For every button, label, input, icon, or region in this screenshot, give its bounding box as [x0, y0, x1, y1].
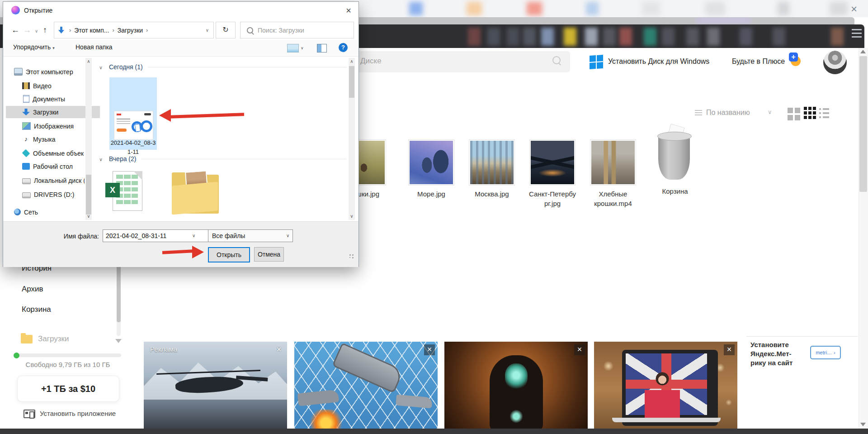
ad-label: Реклама: [150, 345, 177, 353]
chevron-down-icon: ∨: [99, 65, 103, 70]
file-thumbnail: [590, 139, 636, 186]
dialog-close-button[interactable]: ×: [341, 5, 356, 17]
breadcrumb-downloads[interactable]: Загрузки: [118, 27, 143, 34]
organize-button[interactable]: Упорядочить ▾: [13, 43, 55, 51]
file-tile[interactable]: Море.jpg: [401, 139, 461, 199]
ad-banner-scifi[interactable]: ×: [444, 342, 588, 429]
view-list-icon[interactable]: [819, 108, 821, 110]
scroll-up-icon[interactable]: ∧: [349, 59, 354, 64]
organize-label: Упорядочить: [13, 43, 51, 51]
scroll-up-icon[interactable]: [860, 50, 866, 53]
blurred-block: [662, 28, 675, 46]
blurred-block: [564, 28, 576, 46]
laptop-base-art: [612, 418, 721, 422]
install-app-link[interactable]: Установить приложение: [40, 410, 116, 417]
file-tile[interactable]: Москва.jpg: [462, 139, 522, 199]
scrollbar-thumb[interactable]: [859, 56, 867, 192]
avatar[interactable]: [823, 51, 847, 74]
window-close-icon[interactable]: ×: [851, 4, 857, 14]
chevron-down-icon[interactable]: ∨: [286, 233, 289, 238]
blurred-block: [773, 28, 785, 46]
desktop-icon: [22, 163, 30, 170]
list-scrollbar-thumb[interactable]: [349, 66, 354, 98]
view-grid-icon[interactable]: [804, 107, 807, 110]
folder-tile[interactable]: [172, 171, 219, 215]
search-icon: [552, 56, 561, 64]
tree-label: Загрузки: [33, 109, 58, 116]
blurred-block: [507, 28, 519, 46]
disk-icon: [22, 192, 31, 198]
preview-pane-icon[interactable]: [317, 44, 327, 52]
downloads-icon: [58, 27, 64, 33]
resize-grip[interactable]: [349, 257, 351, 258]
upgrade-storage-button[interactable]: +1 ТБ за $10: [17, 376, 119, 402]
browser-menu-icon[interactable]: [852, 29, 862, 30]
group-header-yesterday[interactable]: ∨ Вчера (2): [99, 155, 136, 162]
up-button[interactable]: ↑: [43, 25, 47, 35]
scroll-down-icon[interactable]: [860, 423, 866, 426]
group-header-today[interactable]: ∨ Сегодня (1): [99, 63, 143, 71]
back-button[interactable]: ←: [11, 25, 19, 35]
chevron-down-icon[interactable]: ∨: [301, 46, 304, 50]
annotation-arrow-head: [159, 109, 171, 122]
ship-art: [396, 395, 433, 409]
yandex-plus-link[interactable]: Будьте в Плюсе: [732, 57, 785, 66]
sidebar-scroll-down-icon[interactable]: [115, 339, 122, 343]
cancel-button[interactable]: Отмена: [254, 247, 284, 262]
selected-file-tile[interactable]: 2021-04-02_08-31-11: [109, 77, 157, 150]
chevron-down-icon[interactable]: ∨: [192, 233, 195, 238]
sidebar-item-archive[interactable]: Архив: [22, 285, 43, 294]
sidebar-item-trash[interactable]: Корзина: [22, 305, 51, 314]
metrika-ad-button[interactable]: metri… ›: [810, 346, 841, 359]
search-icon: [247, 27, 253, 33]
tree-label: Этот компьютер: [26, 68, 73, 76]
trash-tile[interactable]: [655, 132, 693, 184]
close-icon[interactable]: ×: [724, 344, 735, 355]
tree-item-network[interactable]: Сеть: [6, 206, 92, 218]
trash-label: Корзина: [650, 186, 700, 196]
presenter-art: [645, 369, 680, 419]
blurred-block: [603, 28, 616, 46]
breadcrumb-this-pc[interactable]: Этот комп...: [74, 27, 109, 34]
blurred-block: [467, 2, 482, 15]
blurred-block: [487, 28, 500, 46]
sort-dropdown[interactable]: По названию: [706, 109, 750, 117]
close-icon[interactable]: ×: [424, 344, 435, 355]
view-options-icon[interactable]: [287, 44, 299, 52]
file-tile[interactable]: Санкт-Петербург.jpg: [523, 139, 582, 208]
tree-label: Сеть: [24, 209, 38, 216]
file-tile[interactable]: Хлебные крошки.mp4: [583, 139, 643, 208]
sidebar-item-downloads[interactable]: Загрузки: [38, 334, 69, 343]
tree-label: Объемные объекты: [33, 150, 84, 157]
breadcrumb-separator: ›: [146, 27, 148, 33]
recent-locations-icon[interactable]: ∨: [35, 29, 38, 33]
blurred-block: [707, 28, 720, 46]
tree-item-this-pc[interactable]: Этот компьютер: [6, 66, 92, 78]
dialog-search-input[interactable]: Поиск: Загрузки: [240, 22, 354, 38]
ad-banner-battleship[interactable]: ×: [294, 342, 438, 429]
open-button[interactable]: Открыть: [208, 247, 250, 262]
ad-banner-helicopter[interactable]: Реклама ×: [144, 342, 287, 429]
plus-badge-icon[interactable]: +: [789, 52, 802, 66]
storage-progress-bar: [14, 353, 121, 357]
filetype-select[interactable]: Все файлы: [208, 229, 293, 242]
view-large-tiles-icon[interactable]: [788, 108, 793, 113]
metrika-button-label: metri…: [816, 350, 831, 355]
forward-button[interactable]: →: [23, 25, 31, 35]
address-bar[interactable]: › Этот комп... › Загрузки › ∨: [54, 22, 214, 38]
close-icon[interactable]: ×: [574, 344, 585, 355]
scroll-down-icon[interactable]: ∨: [349, 214, 354, 219]
scroll-up-icon[interactable]: ∧: [86, 59, 91, 64]
excel-file-tile[interactable]: X: [105, 171, 144, 215]
new-folder-button[interactable]: Новая папка: [75, 43, 113, 51]
close-icon[interactable]: ×: [274, 344, 284, 355]
chevron-down-icon[interactable]: ∨: [206, 28, 209, 33]
tree-scrollbar-thumb[interactable]: [86, 175, 91, 215]
chevron-down-icon: ▾: [52, 46, 55, 50]
file-name: Москва.jpg: [467, 189, 517, 199]
install-disk-windows-link[interactable]: Установить Диск для Windows: [608, 57, 709, 66]
scroll-down-icon[interactable]: ∨: [86, 214, 91, 219]
help-button[interactable]: ?: [339, 43, 348, 52]
refresh-button[interactable]: ↻: [216, 22, 236, 38]
ad-banner-video[interactable]: ×: [594, 342, 737, 429]
